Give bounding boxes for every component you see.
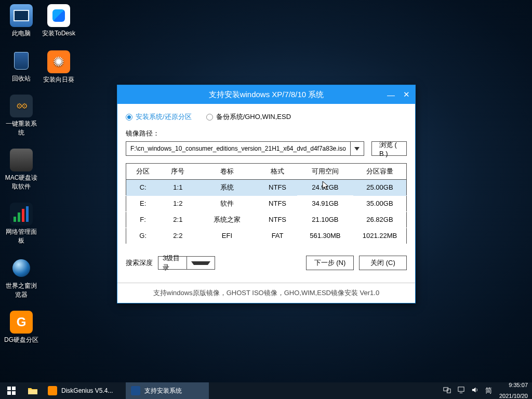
desktop-icon-this-pc[interactable]: 此电脑 — [3, 4, 39, 38]
taskbar-clock[interactable]: 9:35:07 2021/10/20 — [495, 382, 532, 399]
clock-date: 2021/10/20 — [499, 393, 528, 399]
image-path-combobox[interactable]: F:\cn_windows_10_consumer_editions_versi… — [126, 141, 364, 156]
table-header-row: 分区 序号 卷标 格式 可用空间 分区容量 — [126, 164, 407, 180]
svg-rect-6 — [7, 391, 11, 395]
radio-install-restore[interactable]: 安装系统/还原分区 — [126, 112, 192, 122]
svg-rect-1 — [18, 212, 20, 222]
install-dialog: 支持安装windows XP/7/8/10 系统 — ✕ 安装系统/还原分区 备… — [117, 85, 416, 303]
gear-icon — [10, 95, 33, 117]
sunlogin-icon — [47, 50, 70, 73]
dialog-titlebar[interactable]: 支持安装windows XP/7/8/10 系统 — ✕ — [117, 85, 415, 104]
icon-label: 一键重装系统 — [3, 119, 39, 137]
todesk-icon — [47, 4, 70, 27]
desktop-icon-column: 此电脑 回收站 一键重装系统 MAC硬盘读取软件 网络管理面板 世界之窗浏览器 … — [3, 4, 39, 344]
taskbar: DiskGenius V5.4... 支持安装系统 简 9:35:07 2021… — [0, 382, 532, 399]
col-partition: 分区 — [126, 164, 160, 180]
desktop-icon-todesk[interactable]: 安装ToDesk — [41, 4, 77, 38]
dialog-statusbar: 支持windows原版镜像，GHOST ISO镜像，GHO,WIM,ESD镜像安… — [117, 283, 415, 303]
windows-logo-icon — [7, 387, 16, 395]
search-depth-label: 搜索深度 — [126, 258, 153, 268]
close-dialog-button[interactable]: 关闭 (C) — [359, 256, 407, 270]
desktop-icon-world-browser[interactable]: 世界之窗浏览器 — [3, 257, 39, 299]
tray-devices-icon[interactable] — [443, 386, 451, 395]
cursor-icon — [322, 181, 330, 191]
network-bars-icon — [10, 203, 33, 225]
desktop-icon-diskgenius[interactable]: DG硬盘分区 — [3, 311, 39, 344]
icon-label: 安装向日葵 — [43, 75, 74, 84]
globe-icon — [10, 257, 33, 280]
table-row[interactable]: G:2:2EFIFAT561.30MB1021.22MB — [126, 228, 407, 244]
icon-label: MAC硬盘读取软件 — [3, 174, 39, 191]
recycle-bin-icon — [10, 49, 33, 72]
desktop-icon-mac-disk-reader[interactable]: MAC硬盘读取软件 — [3, 149, 39, 191]
apple-icon — [10, 149, 33, 171]
desktop-icon-recycle-bin[interactable]: 回收站 — [3, 49, 39, 83]
installer-icon — [131, 386, 140, 395]
minimize-button[interactable]: — — [387, 90, 395, 99]
image-path-value: F:\cn_windows_10_consumer_editions_versi… — [126, 145, 350, 152]
browse-button[interactable]: 浏览 ( B ) — [371, 141, 407, 156]
system-tray: 简 — [439, 382, 495, 399]
svg-rect-8 — [28, 390, 37, 394]
pc-icon — [10, 4, 33, 27]
icon-label: 网络管理面板 — [3, 228, 39, 245]
radio-backup[interactable]: 备份系统/GHO,WIN,ESD — [206, 112, 291, 122]
svg-rect-5 — [12, 387, 16, 390]
col-label: 卷标 — [196, 164, 258, 180]
diskgenius-icon — [48, 386, 57, 395]
col-free: 可用空间 — [297, 164, 353, 180]
icon-label: 安装ToDesk — [42, 29, 75, 38]
svg-rect-2 — [22, 209, 24, 222]
icon-label: 此电脑 — [12, 29, 31, 38]
desktop-icon-reinstall-system[interactable]: 一键重装系统 — [3, 95, 39, 137]
taskbar-app-label: 支持安装系统 — [144, 387, 182, 395]
taskbar-app-diskgenius[interactable]: DiskGenius V5.4... — [43, 382, 126, 399]
icon-label: 世界之窗浏览器 — [3, 282, 39, 299]
folder-icon — [28, 387, 38, 395]
radio-label: 安装系统/还原分区 — [136, 112, 192, 122]
clock-time: 9:35:07 — [509, 382, 528, 389]
desktop: 此电脑 回收站 一键重装系统 MAC硬盘读取软件 网络管理面板 世界之窗浏览器 … — [0, 0, 532, 399]
table-row[interactable]: F:2:1系统之家NTFS21.10GB26.82GB — [126, 212, 407, 228]
svg-rect-7 — [12, 391, 16, 395]
tray-volume-icon[interactable] — [471, 386, 479, 395]
diskgenius-icon — [10, 311, 33, 334]
start-button[interactable] — [0, 382, 23, 399]
search-depth-select[interactable]: 3级目录 — [158, 256, 215, 270]
desktop-icon-network-panel[interactable]: 网络管理面板 — [3, 203, 39, 245]
col-number: 序号 — [159, 164, 196, 180]
table-row[interactable]: C: 1:1 系统 NTFS 24.91GB 25.00GB — [126, 180, 407, 196]
taskbar-file-explorer[interactable] — [23, 382, 43, 399]
partition-table: 分区 序号 卷标 格式 可用空间 分区容量 C: 1:1 系统 NTFS 24.… — [126, 163, 407, 244]
svg-rect-3 — [26, 206, 29, 222]
radio-dot-icon — [126, 114, 132, 121]
next-button[interactable]: 下一步 (N) — [306, 256, 354, 270]
dropdown-button[interactable] — [350, 142, 364, 155]
radio-dot-icon — [206, 114, 213, 121]
tray-network-icon[interactable] — [457, 386, 465, 395]
desktop-icon-sunlogin[interactable]: 安装向日葵 — [41, 50, 77, 84]
svg-rect-4 — [7, 387, 11, 390]
dialog-body: 安装系统/还原分区 备份系统/GHO,WIN,ESD 镜像路径： F:\cn_w… — [117, 104, 415, 283]
chevron-down-icon — [191, 261, 211, 265]
tray-ime-indicator[interactable]: 简 — [485, 386, 492, 395]
icon-label: 回收站 — [12, 74, 31, 83]
close-button[interactable]: ✕ — [403, 90, 410, 99]
taskbar-app-installer[interactable]: 支持安装系统 — [126, 382, 209, 399]
taskbar-app-label: DiskGenius V5.4... — [61, 387, 113, 394]
radio-label: 备份系统/GHO,WIN,ESD — [216, 112, 291, 122]
col-capacity: 分区容量 — [353, 164, 407, 180]
chevron-down-icon — [354, 147, 360, 151]
table-row[interactable]: E:1:2软件NTFS34.91GB35.00GB — [126, 196, 407, 212]
icon-label: DG硬盘分区 — [4, 336, 38, 344]
dialog-title: 支持安装windows XP/7/8/10 系统 — [209, 90, 324, 100]
svg-rect-11 — [458, 387, 464, 391]
image-path-label: 镜像路径： — [126, 129, 407, 138]
svg-rect-0 — [14, 217, 16, 222]
col-format: 格式 — [258, 164, 297, 180]
